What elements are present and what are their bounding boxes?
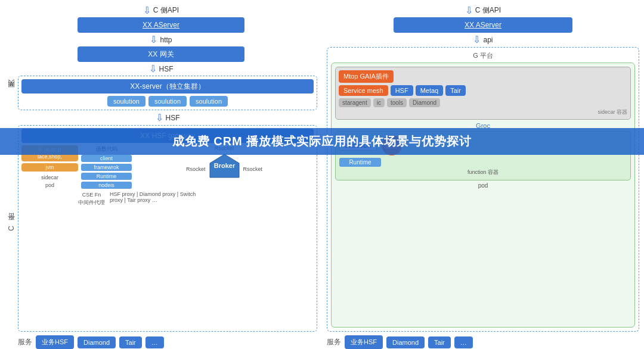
g-platform-box: G 平台 Mtop GAIA插件 Service mesh HS	[327, 47, 639, 332]
right-arrow-down-1: ⇩	[465, 5, 473, 16]
left-api-label: C 侧API	[153, 5, 179, 15]
staragent-box: staragent	[339, 98, 371, 107]
runtime-box-right: Runtime	[339, 158, 381, 167]
sidecar-label: sidecar	[21, 174, 78, 180]
right-services-row: 服务 业务HSF Diamond Tair …	[327, 335, 639, 349]
tools-row: staragent ic tools Diamond	[339, 98, 627, 107]
service-mesh-row: Service mesh HSF Metaq Tair	[339, 85, 627, 96]
right-service-1: 业务HSF	[345, 335, 383, 349]
svg-text:Broker: Broker	[213, 162, 235, 169]
solution-box-1: soulution	[107, 96, 145, 107]
right-top-section: ⇩ C 侧API XX AServer ⇩ api	[327, 5, 639, 45]
hsf2-arrow: ⇩ HSF	[18, 112, 317, 123]
left-gateway-box: XX 网关	[78, 46, 244, 62]
right-api2-label: api	[483, 36, 493, 44]
nodeis-box: nodeis	[81, 182, 132, 189]
rsocket-left: Rsocket	[186, 166, 206, 172]
c-platform-dashed-box: XX HSF gateway lc,uc,cp,place,shop, jvm …	[18, 125, 317, 332]
rsocket-right: Rsocket	[243, 166, 263, 172]
c-platform-label-area: C平台	[5, 125, 18, 332]
left-service-4: …	[145, 336, 164, 348]
left-service-1: 业务HSF	[36, 335, 74, 349]
right-arrow-down-2: ⇩	[473, 34, 481, 45]
hsf-box-right: HSF	[391, 85, 413, 96]
left-services-row: 服务 业务HSF Diamond Tair …	[18, 335, 317, 349]
runtime-box-left: Runtime	[81, 173, 132, 180]
tair-box-right: Tair	[445, 85, 466, 96]
left-hsf-label: HSF	[159, 65, 174, 73]
diamond-box-right: Diamond	[409, 98, 440, 107]
wangguan-dashed-box: XX-server（独立集群） soulution soulution soul…	[18, 76, 317, 110]
banner-overlay: 成免费 CRM 播放模式实际应用的具体场景与优势探讨	[0, 128, 644, 155]
orange-box-2: jvm	[21, 163, 78, 172]
solution-row: soulution soulution soulution	[21, 96, 314, 107]
cse-fn-label: CSE Fn 中间件代理	[78, 191, 105, 206]
solution-box-2: soulution	[148, 96, 187, 107]
right-service-4: …	[454, 336, 473, 348]
pod-label-left: pod	[21, 182, 78, 188]
ic-box: ic	[373, 98, 385, 107]
tools-box: tools	[387, 98, 407, 107]
c-platform-vert-label: C平台	[7, 226, 17, 231]
banner-text: 成免费 CRM 播放模式实际应用的具体场景与优势探讨	[172, 133, 472, 149]
broker-pentagon: Broker	[208, 152, 241, 185]
cse-proxy-row: CSE Fn 中间件代理 HSF proxy | Diamond proxy |…	[21, 191, 314, 206]
metaq-box: Metaq	[416, 85, 444, 96]
framework-box: framewrok	[81, 164, 132, 171]
c-platform-section: C平台 XX HSF gateway lc,uc,cp,place,shop, …	[5, 125, 317, 332]
wangguan-section: 网关 XX-server（独立集群） soulution soulution s…	[5, 76, 317, 110]
right-services-label: 服务	[327, 337, 341, 347]
wangguan-label-area: 网关	[5, 76, 18, 110]
solution-box-3: soulution	[190, 96, 228, 107]
mtop-gaia-box: Mtop GAIA插件	[339, 70, 394, 83]
arrow-down-icon-2: ⇩	[150, 34, 157, 45]
right-aserver-box: XX AServer	[394, 17, 572, 33]
left-aserver-box: XX AServer	[78, 17, 244, 33]
xx-server-box: XX-server（独立集群）	[21, 79, 314, 94]
g-platform-label: G 平台	[331, 51, 635, 60]
left-http-label: http	[160, 36, 172, 44]
service-mesh-box: Service mesh	[339, 85, 388, 96]
left-services-label: 服务	[18, 337, 32, 347]
left-service-3: Tair	[119, 336, 142, 348]
pod-label-right: pod	[335, 182, 631, 189]
right-service-3: Tair	[428, 336, 451, 348]
client-box: client	[81, 155, 132, 162]
right-service-2: Diamond	[386, 336, 425, 348]
left-top-section: ⇩ C 侧API XX AServer ⇩ http XX 网关 ⇩ HSF	[5, 5, 317, 74]
left-service-2: Diamond	[78, 336, 116, 348]
arrow-down-icon-1: ⇩	[143, 5, 151, 16]
pod-section: Mtop GAIA插件 Service mesh HSF Metaq	[331, 63, 635, 328]
arrow-down-icon-3: ⇩	[149, 63, 157, 74]
right-api-label: C 侧API	[475, 5, 501, 15]
sidecar-container: Mtop GAIA插件 Service mesh HSF Metaq	[335, 67, 631, 120]
function-container-label: function 容器	[339, 169, 627, 176]
proxy-label: HSF proxy | Diamond proxy | Switch proxy…	[110, 191, 205, 203]
sidecar-container-label: sidecar 容器	[339, 108, 627, 116]
